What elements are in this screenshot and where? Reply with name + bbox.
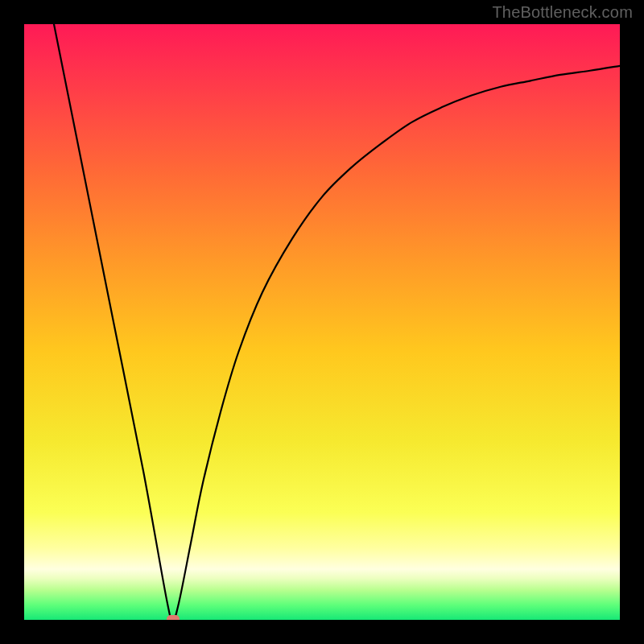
plot-area <box>24 24 620 620</box>
bottleneck-curve <box>54 24 620 620</box>
curve-layer <box>24 24 620 620</box>
chart-stage: TheBottleneck.com <box>0 0 644 644</box>
minimum-marker <box>167 615 180 620</box>
watermark-text: TheBottleneck.com <box>492 3 633 22</box>
